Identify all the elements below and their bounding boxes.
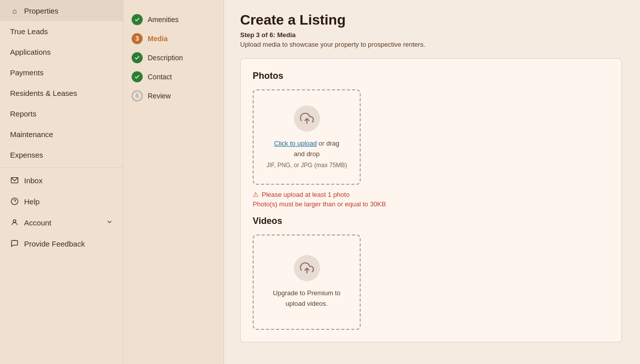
sidebar-item-account[interactable]: Account	[0, 212, 123, 233]
step-contact-circle	[132, 71, 143, 82]
upload-text: Click to upload or drag and drop	[274, 139, 339, 160]
account-chevron-icon	[106, 218, 113, 227]
step-amenities[interactable]: Amenities	[132, 10, 216, 29]
photos-upload-box[interactable]: Click to upload or drag and drop JIF, PN…	[253, 89, 361, 185]
sidebar-item-maintenance[interactable]: Maintenance	[0, 124, 123, 145]
sidebar-item-true-leads[interactable]: True Leads	[0, 21, 123, 42]
videos-upload-box[interactable]: Upgrade to Premium to upload videos.	[253, 234, 361, 330]
main-content: Create a Listing Step 3 of 6: Media Uplo…	[224, 0, 640, 364]
sidebar-item-applications[interactable]: Applications	[0, 42, 123, 62]
sidebar-item-payments[interactable]: Payments	[0, 62, 123, 83]
click-to-upload-link[interactable]: Click to upload	[274, 140, 316, 147]
inbox-icon	[10, 176, 19, 185]
photos-title: Photos	[253, 71, 609, 81]
step-amenities-circle	[132, 14, 143, 25]
videos-upgrade-text: Upgrade to Premium to upload videos.	[264, 288, 350, 309]
home-icon: ⌂	[10, 6, 19, 15]
sidebar-divider	[0, 167, 123, 168]
svg-point-2	[13, 220, 16, 222]
sidebar: ⌂ Properties True Leads Applications Pay…	[0, 0, 124, 364]
upload-cloud-icon-bg	[294, 105, 320, 132]
page-title: Create a Listing	[240, 12, 624, 28]
sidebar-item-provide-feedback[interactable]: Provide Feedback	[0, 233, 123, 254]
step-media[interactable]: 3 Media	[132, 29, 216, 48]
error-message-1: ⚠ Please upload at least 1 photo	[253, 191, 609, 198]
step-description-circle	[132, 52, 143, 63]
media-card: Photos Click to upload or drag and drop …	[240, 58, 622, 342]
step-media-circle: 3	[132, 33, 143, 44]
warning-icon: ⚠	[253, 191, 259, 198]
feedback-icon	[10, 239, 19, 248]
sidebar-item-properties[interactable]: ⌂ Properties	[0, 0, 123, 21]
step-label: Step 3 of 6: Media	[240, 31, 624, 39]
help-icon	[10, 197, 19, 206]
videos-upload-icon-bg	[294, 255, 320, 281]
videos-section: Videos Upgrade to Premium to upload vide…	[253, 216, 609, 330]
error-message-2: Photo(s) must be larger than or equal to…	[253, 200, 609, 208]
step-contact[interactable]: Contact	[132, 67, 216, 86]
step-description-text: Upload media to showcase your property t…	[240, 41, 624, 48]
videos-cloud-icon	[300, 261, 314, 275]
videos-title: Videos	[253, 216, 609, 226]
step-panel: Amenities 3 Media Description Contact 6 …	[124, 0, 224, 364]
upload-hint: JIF, PNG, or JPG (max 75MB)	[266, 162, 347, 169]
sidebar-item-help[interactable]: Help	[0, 191, 123, 212]
step-review[interactable]: 6 Review	[132, 86, 216, 105]
upload-cloud-icon	[300, 111, 314, 126]
step-review-circle: 6	[132, 90, 143, 101]
photos-section: Photos Click to upload or drag and drop …	[253, 71, 609, 208]
sidebar-item-reports[interactable]: Reports	[0, 103, 123, 124]
sidebar-item-residents-leases[interactable]: Residents & Leases	[0, 83, 123, 103]
account-icon	[10, 218, 19, 227]
sidebar-item-inbox[interactable]: Inbox	[0, 170, 123, 191]
sidebar-item-expenses[interactable]: Expenses	[0, 145, 123, 165]
step-description[interactable]: Description	[132, 48, 216, 67]
